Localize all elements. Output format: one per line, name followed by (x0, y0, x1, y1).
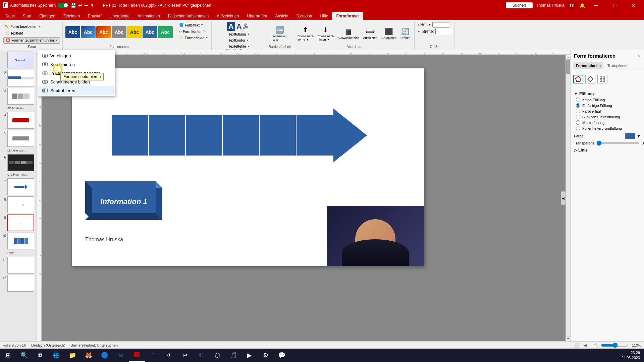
save-icon[interactable]: 💾 (70, 3, 76, 8)
search-box[interactable]: Suchen (506, 2, 533, 8)
more-icon[interactable]: ▼ (90, 3, 94, 8)
maximize-btn[interactable]: □ (607, 0, 623, 11)
wordart-a2[interactable]: A (236, 22, 242, 31)
undo-icon[interactable]: ↩ (78, 3, 82, 8)
farbe-color-box[interactable] (625, 133, 635, 139)
slide-thumb-8[interactable]: 8 ~~ ♪♪ (1, 196, 35, 213)
wordart-a1[interactable]: A (227, 22, 235, 31)
fullung-section-label[interactable]: ▼ Füllung (574, 92, 641, 96)
ausrichten-btn[interactable]: ⟺ Ausrichten (362, 26, 379, 41)
edge-btn[interactable]: 🌐 (48, 349, 64, 362)
tab-zeichnen[interactable]: Zeichnen (59, 12, 84, 20)
app-btn-4[interactable]: ⚙ (258, 349, 274, 362)
gruppieren-btn[interactable]: ⬛ Gruppieren (380, 26, 398, 41)
tab-datei[interactable]: Datei (1, 12, 19, 20)
radio-keine-fullung[interactable]: Keine Füllung (576, 98, 641, 102)
slide-thumb-12[interactable]: 12 (1, 275, 35, 292)
shape-icon-grid[interactable] (597, 75, 607, 83)
slide-thumb-7[interactable]: 7 (1, 178, 35, 195)
powerpoint-taskbar-btn[interactable]: 🅿 (129, 349, 145, 362)
tab-start[interactable]: Start (19, 12, 35, 20)
tab-dictation[interactable]: Dictation (292, 12, 316, 20)
form-bearbeiten-chev[interactable]: ▼ (39, 25, 41, 28)
tab-entwurf[interactable]: Entwurf (84, 12, 106, 20)
transparenz-slider[interactable] (596, 142, 640, 144)
taskview-btn[interactable]: ⧉ (32, 349, 48, 362)
slide-canvas[interactable]: Information 1 Thomas Hruska (72, 68, 424, 266)
tab-bildschirm[interactable]: Bildschirmpräsentation (164, 12, 213, 20)
shape-icon-pentagon[interactable] (573, 75, 583, 83)
form-bearbeiten-btn[interactable]: ✏️ Form bearbeiten ▼ (3, 24, 60, 29)
textfeld-btn[interactable]: ⬜ Textfeld (3, 31, 60, 36)
app-btn-5[interactable]: 💬 (274, 349, 290, 362)
tab-textoptionen[interactable]: Textoptionen (605, 62, 631, 69)
abc-style-4[interactable]: Abc (112, 26, 126, 38)
slide-thumb-4[interactable]: 4 (1, 112, 35, 129)
dropdown-schnittmenge[interactable]: Schnittmenge bilden (38, 77, 115, 86)
tab-uberprufen[interactable]: Überprüfen (243, 12, 271, 20)
tab-aufzeichnen[interactable]: Aufzeichnen (213, 12, 243, 20)
dropdown-kombinieren[interactable]: Kombinieren (38, 60, 115, 69)
formeffekte-btn[interactable]: ✨ Formeffekte ▼ (178, 35, 209, 41)
formen-chev[interactable]: ▼ (55, 39, 58, 42)
auswahlbereich-btn[interactable]: ▦ Auswahlbereich (336, 26, 361, 41)
slide-thumb-3[interactable]: 3 (1, 88, 35, 105)
textfullung-btn[interactable]: Textfüllung▼ (227, 32, 251, 37)
abc-style-5[interactable]: Abc (127, 26, 142, 38)
arrow-shape[interactable] (112, 109, 367, 162)
scroll-down-btn[interactable]: ▼ (566, 337, 571, 341)
textkontur-btn[interactable]: Textkontur▼ (227, 38, 251, 43)
radio-muster[interactable]: Musterfüllung (576, 120, 641, 125)
scroll-thumb[interactable] (566, 60, 570, 74)
dropdown-vereinigen[interactable]: Vereinigen (38, 51, 115, 60)
panel-close-icon[interactable]: ✕ (637, 53, 641, 59)
linie-section[interactable]: ▷ Linie (574, 148, 641, 153)
app-btn-1[interactable]: ⬡ (209, 349, 225, 362)
dropdown-zerlegen[interactable]: In Einzelmengen zerlegen (38, 69, 115, 77)
radio-farbverlauf[interactable]: Farbverlauf (576, 109, 641, 113)
telegram-btn[interactable]: ✈ (161, 349, 177, 362)
tab-ansicht[interactable]: Ansicht (271, 12, 292, 20)
abc-style-6[interactable]: Abc (143, 26, 157, 38)
fulleffekt-btn[interactable]: 🪣 Fülleffekt ▼ (178, 22, 205, 28)
slide-thumb-2[interactable]: 2 (1, 70, 35, 86)
snip-btn[interactable]: ✂ (177, 349, 193, 362)
view-notes-icon[interactable]: 📄 (591, 343, 597, 348)
tab-hilfe[interactable]: Hilfe (316, 12, 332, 20)
explorer-btn[interactable]: 📁 (64, 349, 80, 362)
drehen-btn[interactable]: 🔄 Drehen (399, 26, 412, 41)
start-btn[interactable]: ⊞ (0, 349, 16, 362)
hohe-input[interactable] (432, 22, 449, 27)
tab-formformat[interactable]: Formformat (332, 12, 363, 20)
app-btn-2[interactable]: 🎵 (225, 349, 241, 362)
view-normal-icon[interactable]: ⬜ (574, 343, 579, 348)
outlook-btn[interactable]: ✉ (113, 349, 129, 362)
texteffekte-btn[interactable]: Texteffekte▼ (227, 44, 251, 49)
wordart-a3[interactable]: A (243, 22, 249, 31)
collapse-arrow[interactable]: ◀ (561, 191, 566, 205)
abc-style-7[interactable]: Abc (158, 26, 173, 38)
minimize-btn[interactable]: ─ (588, 0, 604, 11)
abc-style-3[interactable]: Abc (96, 26, 111, 38)
abc-style-2[interactable]: Abc (81, 26, 96, 38)
abc-style-1[interactable]: Abc (65, 26, 80, 38)
formen-zusammenfuhren-btn[interactable]: ⭕ Formen zusammenführen ▼ (3, 37, 60, 44)
ebene-hinten-btn[interactable]: ⬇ Ebene nachhinten ▼ (316, 25, 335, 42)
slide-thumb-9[interactable]: 9 ~~♪~~ (1, 215, 35, 231)
zoom-slider[interactable] (601, 343, 628, 348)
scroll-up-btn[interactable]: ▲ (566, 55, 571, 60)
info-shape-container[interactable]: Information 1 (85, 171, 162, 226)
share-icons[interactable]: 🔔 (579, 3, 585, 8)
shape-icon-diamond[interactable] (585, 75, 595, 83)
breite-input[interactable] (435, 29, 452, 34)
search-taskbar-btn[interactable]: 🔍 (16, 349, 32, 362)
radio-einfarbige-fullung[interactable]: Einfarbige Füllung (576, 103, 641, 108)
redo-icon[interactable]: ↪ (84, 3, 88, 8)
app-btn-3[interactable]: ▶ (241, 349, 258, 362)
view-slide-icon[interactable]: ⊞ (583, 343, 587, 348)
formkontur-btn[interactable]: ▱ Formkontur ▼ (178, 28, 207, 34)
firefox-btn[interactable]: 🦊 (80, 349, 97, 362)
tab-animationen[interactable]: Animationen (133, 12, 164, 20)
autosave-toggle[interactable] (58, 3, 68, 8)
slide-thumb-1[interactable]: 1 Standard... (1, 52, 35, 68)
